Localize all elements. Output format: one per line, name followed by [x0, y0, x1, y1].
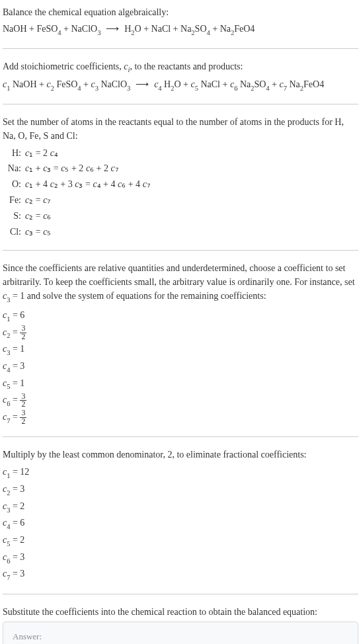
intro-5-text: Multiply by the least common denominator… — [3, 450, 307, 460]
eq2-plus2: + — [270, 79, 280, 89]
divider — [3, 48, 358, 49]
eq1-p3: H — [124, 24, 131, 34]
coefficients-1: c1 = 6c2 = 32c3 = 1c4 = 3c5 = 1c6 = 32c7… — [3, 307, 358, 426]
coefficient-row: c1 = 6 — [3, 307, 358, 325]
eq2-h: H — [162, 79, 171, 89]
eq2-feo4: FeO4 — [303, 79, 324, 89]
coefficient-row: c4 = 3 — [3, 358, 358, 376]
coefficient-row: c2 = 32 — [3, 325, 358, 342]
eq2-h2: 2 — [171, 85, 174, 92]
eq1-sub4: 2 — [191, 29, 194, 36]
answer-box: Answer: 12 NaOH + 3 FeSO4 + 2 NaClO3 ⟶ 6… — [3, 622, 358, 644]
eq2-plus1: + — [81, 79, 91, 89]
eq2-feso: FeSO — [54, 79, 77, 89]
eq2-s2: 2 — [51, 85, 54, 92]
coefficient-row: c3 = 2 — [3, 499, 358, 516]
eq1-sub3: 2 — [131, 29, 134, 36]
intro-1: Balance the chemical equation algebraica… — [3, 5, 358, 19]
atoms-equations: H:c₁ = 2 c₄Na:c₁ + c₃ = c₅ + 2 c₆ + 2 c₇… — [3, 145, 358, 240]
eq2-s3: 3 — [95, 85, 99, 92]
intro-2-i: i — [128, 66, 130, 73]
eq1-sub6: 2 — [231, 29, 234, 36]
eq2-na2c: 2 — [300, 85, 303, 92]
eq1-sub2: 3 — [97, 29, 100, 36]
eq2-s4: 4 — [158, 85, 161, 92]
eq2-arrow: ⟶ — [130, 79, 154, 89]
atom-equation-row: H:c₁ = 2 c₄ — [3, 145, 358, 161]
coefficient-row: c7 = 3 — [3, 566, 358, 583]
eq2-feso4: 4 — [77, 85, 81, 92]
coefficient-row: c1 = 12 — [3, 464, 358, 481]
atom-equation-row: O:c₁ + 4 c₂ + 3 c₃ = c₄ + 4 c₆ + 4 c₇ — [3, 177, 358, 192]
divider — [3, 594, 358, 594]
coefficient-row: c5 = 2 — [3, 532, 358, 549]
atom-equation-row: S:c₂ = c₆ — [3, 208, 358, 224]
eq1-p5: SO — [195, 24, 207, 34]
intro-2: Add stoichiometric coefficients, ci, to … — [3, 60, 358, 75]
eq1-p7: FeO4 — [234, 24, 255, 34]
intro-2a: Add stoichiometric coefficients, — [3, 61, 124, 71]
atom-label: Fe: — [3, 192, 25, 208]
eq2-na: Na — [237, 79, 251, 89]
eq2-naclo: NaClO — [99, 79, 127, 89]
eq2-na2b: Na — [287, 79, 300, 89]
eq2-na2: 2 — [251, 85, 254, 92]
divider — [3, 104, 358, 104]
intro-4-3: 3 — [7, 296, 10, 303]
intro-2b: , to the reactants and products: — [130, 61, 243, 71]
coefficient-row: c2 = 3 — [3, 481, 358, 499]
coefficient-row: c5 = 1 — [3, 376, 358, 393]
atom-label: Cl: — [3, 224, 25, 240]
eq2-naclo3: 3 — [127, 85, 130, 92]
eq2-so4: 4 — [266, 85, 269, 92]
eq1-p4: O + NaCl + Na — [135, 24, 192, 34]
intro-1-text: Balance the chemical equation algebraica… — [3, 7, 169, 17]
equation-2: c1 NaOH + c2 FeSO4 + c3 NaClO3 ⟶ c4 H2O … — [3, 77, 358, 93]
atom-equation: c₁ + 4 c₂ + 3 c₃ = c₄ + 4 c₆ + 4 c₇ — [25, 177, 358, 192]
eq2-so: SO — [254, 79, 266, 89]
atom-equation: c₂ = c₇ — [25, 192, 358, 208]
intro-4: Since the coefficients are relative quan… — [3, 261, 358, 305]
atom-equation: c₂ = c₆ — [25, 208, 358, 224]
intro-6-text: Substitute the coefficients into the che… — [3, 607, 317, 617]
eq1-arrow: ⟶ — [100, 23, 124, 34]
atom-label: H: — [3, 145, 25, 161]
atom-equation: c₃ = c₅ — [25, 224, 358, 240]
atom-equation: c₁ + c₃ = c₅ + 2 c₆ + 2 c₇ — [25, 161, 358, 177]
eq2-naclna: NaCl + — [198, 79, 230, 89]
divider — [3, 436, 358, 437]
eq2-onacl: O + — [174, 79, 190, 89]
intro-4b: = 1 and solve the system of equations fo… — [10, 291, 266, 301]
eq2-c2: c — [46, 79, 50, 89]
coefficient-row: c6 = 3 — [3, 549, 358, 567]
eq2-s6: 6 — [234, 85, 237, 92]
atom-equation: c₁ = 2 c₄ — [25, 145, 358, 161]
intro-5: Multiply by the least common denominator… — [3, 448, 358, 462]
intro-4a: Since the coefficients are relative quan… — [3, 263, 355, 287]
intro-3-text: Set the number of atoms in the reactants… — [3, 117, 344, 141]
eq2-s1: 1 — [7, 85, 10, 92]
eq1-p2: + NaClO — [61, 24, 98, 34]
coefficients-2: c1 = 12c2 = 3c3 = 2c4 = 6c5 = 2c6 = 3c7 … — [3, 464, 358, 583]
coefficient-row: c6 = 32 — [3, 392, 358, 409]
divider — [3, 250, 358, 251]
equation-1: NaOH + FeSO4 + NaClO3 ⟶ H2O + NaCl + Na2… — [3, 22, 358, 38]
eq2-c7: c — [280, 79, 284, 89]
atom-equation-row: Fe:c₂ = c₇ — [3, 192, 358, 208]
atom-equation-row: Na:c₁ + c₃ = c₅ + 2 c₆ + 2 c₇ — [3, 161, 358, 177]
intro-3: Set the number of atoms in the reactants… — [3, 115, 358, 143]
atom-equation-row: Cl:c₃ = c₅ — [3, 224, 358, 240]
eq2-c3: c — [91, 79, 95, 89]
coefficient-row: c7 = 32 — [3, 409, 358, 426]
eq2-s5: 5 — [195, 85, 198, 92]
atom-label: O: — [3, 177, 25, 192]
eq1-sub5: 4 — [207, 29, 210, 36]
eq2-s7: 7 — [284, 85, 287, 92]
answer-label: Answer: — [13, 630, 348, 643]
coefficient-row: c3 = 1 — [3, 341, 358, 358]
atom-label: Na: — [3, 161, 25, 177]
coefficient-row: c4 = 6 — [3, 515, 358, 532]
eq1-p6: + Na — [210, 24, 231, 34]
eq2-naoh: NaOH + — [10, 79, 46, 89]
eq1-sub1: 4 — [58, 29, 61, 36]
